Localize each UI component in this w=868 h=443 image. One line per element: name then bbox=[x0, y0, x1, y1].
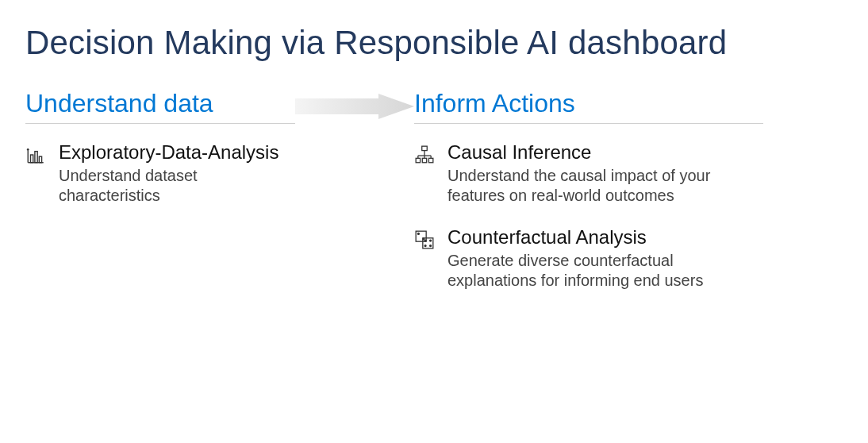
item-title: Causal Inference bbox=[447, 141, 763, 164]
svg-rect-8 bbox=[422, 158, 426, 162]
svg-point-23 bbox=[430, 245, 432, 246]
item-title: Counterfactual Analysis bbox=[447, 226, 763, 249]
svg-point-20 bbox=[424, 240, 426, 241]
hierarchy-icon bbox=[414, 141, 436, 165]
item-subtitle: Understand dataset characteristics bbox=[59, 166, 295, 206]
flow-arrow bbox=[295, 89, 414, 119]
item-text: Causal Inference Understand the causal i… bbox=[447, 141, 763, 206]
item-title: Exploratory-Data-Analysis bbox=[59, 141, 295, 164]
item-subtitle: Generate diverse counterfactual explanat… bbox=[447, 251, 717, 291]
slide: Decision Making via Responsible AI dashb… bbox=[0, 0, 868, 311]
svg-rect-4 bbox=[39, 156, 41, 163]
page-title: Decision Making via Responsible AI dashb… bbox=[25, 24, 843, 62]
columns: Understand data Exploratory-Data-Analysi… bbox=[25, 89, 843, 311]
svg-point-22 bbox=[424, 245, 426, 246]
item-exploratory-data-analysis: Exploratory-Data-Analysis Understand dat… bbox=[25, 141, 295, 206]
column-inform-actions: Inform Actions bbox=[414, 89, 763, 311]
dice-icon bbox=[414, 226, 436, 250]
section-heading-right: Inform Actions bbox=[414, 89, 763, 124]
item-counterfactual-analysis: Counterfactual Analysis Generate diverse… bbox=[414, 226, 763, 291]
item-text: Counterfactual Analysis Generate diverse… bbox=[447, 226, 763, 291]
svg-point-21 bbox=[430, 240, 432, 241]
svg-rect-7 bbox=[416, 158, 420, 162]
svg-rect-3 bbox=[35, 152, 37, 163]
column-understand-data: Understand data Exploratory-Data-Analysi… bbox=[25, 89, 295, 226]
item-causal-inference: Causal Inference Understand the causal i… bbox=[414, 141, 763, 206]
svg-marker-5 bbox=[295, 94, 414, 119]
svg-rect-6 bbox=[422, 146, 428, 150]
item-text: Exploratory-Data-Analysis Understand dat… bbox=[59, 141, 295, 206]
svg-rect-9 bbox=[428, 158, 432, 162]
section-heading-left: Understand data bbox=[25, 89, 295, 124]
arrow-icon bbox=[295, 94, 414, 119]
svg-point-18 bbox=[417, 233, 419, 234]
item-subtitle: Understand the causal impact of your fea… bbox=[447, 166, 717, 206]
svg-rect-2 bbox=[31, 155, 33, 163]
svg-point-19 bbox=[423, 238, 424, 240]
bar-chart-icon bbox=[25, 141, 48, 165]
